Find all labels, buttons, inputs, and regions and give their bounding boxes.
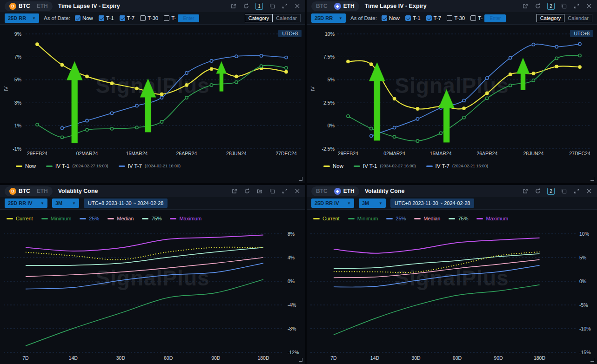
legend-item-minimum[interactable]: Minimum bbox=[41, 216, 72, 221]
copy-icon[interactable] bbox=[269, 3, 275, 9]
chart-legend: Current Minimum 25% Median 75% Maximum bbox=[313, 216, 508, 221]
external-link-icon[interactable] bbox=[231, 188, 238, 194]
legend-item-t7[interactable]: IV T-7(2024-02-21 16:00) bbox=[426, 163, 489, 169]
tab-eth[interactable]: ETH bbox=[37, 188, 48, 194]
tab-label: ETH bbox=[343, 188, 355, 194]
legend-item-25[interactable]: 25% bbox=[80, 216, 99, 221]
window-count-badge[interactable]: 2 bbox=[547, 3, 555, 10]
calendar-view-button[interactable]: Calendar bbox=[564, 14, 592, 22]
checkbox-t1[interactable]: T-1 bbox=[405, 15, 421, 21]
eth-timelapse-chart-canvas[interactable]: 10%7.5%5%2.5%0%-2.5%29FEB2402MAR2415MAR2… bbox=[307, 25, 597, 164]
resize-handle[interactable] bbox=[590, 177, 594, 181]
legend-item-minimum[interactable]: Minimum bbox=[348, 216, 378, 221]
tab-btc[interactable]: BTC bbox=[316, 3, 328, 9]
eth-volcone-chart-canvas[interactable]: 10%5%0%-5%-10%-15%7D14D30D60D90D180D bbox=[307, 225, 597, 364]
checkbox-t7[interactable]: T-7 bbox=[426, 15, 442, 21]
window-count-badge[interactable]: 1 bbox=[255, 3, 263, 10]
legend-item-current[interactable]: Current bbox=[313, 216, 340, 221]
calendar-view-button[interactable]: Calendar bbox=[272, 14, 301, 22]
legend-item-t1[interactable]: IV T-1(2024-02-27 16:00) bbox=[354, 163, 416, 169]
refresh-icon[interactable] bbox=[535, 188, 541, 194]
checkbox-t30[interactable]: T-30 bbox=[140, 15, 158, 21]
checkbox-now[interactable]: Now bbox=[382, 15, 400, 21]
view-switch: Category Calendar bbox=[245, 14, 301, 22]
resize-handle[interactable] bbox=[299, 177, 302, 181]
checkbox-t7[interactable]: T-7 bbox=[120, 15, 135, 21]
panel-toolbar: 25D RR IV▼ 3M▼ UTC+8 2023-11-30 ~ 2024-0… bbox=[0, 197, 305, 210]
period-dropdown[interactable]: 3M▼ bbox=[359, 199, 386, 208]
legend-item-now[interactable]: Now bbox=[16, 163, 36, 169]
tab-eth[interactable]: ETH bbox=[37, 3, 48, 9]
svg-text:-10%: -10% bbox=[579, 326, 591, 331]
checkbox-t1[interactable]: T-1 bbox=[99, 15, 114, 21]
legend-item-current[interactable]: Current bbox=[7, 216, 33, 221]
category-view-button[interactable]: Category bbox=[537, 14, 565, 22]
expand-icon[interactable] bbox=[282, 188, 288, 194]
legend-item-median[interactable]: Median bbox=[414, 216, 440, 221]
svg-text:27DEC24: 27DEC24 bbox=[275, 151, 297, 156]
timezone-badge: UTC+8 bbox=[278, 30, 302, 37]
t-custom-days-input[interactable]: Enter bbox=[484, 14, 506, 22]
legend-item-median[interactable]: Median bbox=[107, 216, 134, 221]
panel-toolbar: 25D RR▼ As of Date: Now T-1 T-7 T-30 T- … bbox=[0, 12, 305, 25]
metric-dropdown[interactable]: 25D RR IV▼ bbox=[311, 199, 354, 208]
panel-eth-timelapse: BTC ◆ ETH Time Lapse IV - Expiry 2 25D R… bbox=[307, 0, 597, 183]
refresh-icon[interactable] bbox=[243, 3, 249, 9]
legend-item-now[interactable]: Now bbox=[323, 163, 343, 169]
btc-timelapse-chart-canvas[interactable]: 9%7%5%3%1%-1%29FEB2402MAR2415MAR2426APR2… bbox=[0, 25, 305, 164]
tab-eth[interactable]: ◆ ETH bbox=[334, 3, 355, 10]
metric-dropdown[interactable]: 25D RR▼ bbox=[5, 13, 39, 23]
legend-item-75[interactable]: 75% bbox=[142, 216, 161, 221]
tab-btc[interactable]: B BTC bbox=[9, 3, 30, 10]
t-custom-days-input[interactable]: Enter bbox=[178, 14, 199, 22]
checkbox-box bbox=[426, 15, 432, 21]
checkbox-t-custom[interactable]: T- bbox=[164, 15, 176, 21]
metric-dropdown[interactable]: 25D RR▼ bbox=[311, 13, 346, 23]
expand-icon[interactable] bbox=[573, 3, 580, 9]
svg-text:-4%: -4% bbox=[288, 302, 296, 308]
close-icon[interactable] bbox=[586, 188, 592, 194]
tab-btc[interactable]: B BTC bbox=[9, 188, 30, 195]
legend-item-t7[interactable]: IV T-7(2024-02-21 16:00) bbox=[119, 163, 181, 169]
metric-dropdown[interactable]: 25D RR IV▼ bbox=[5, 199, 47, 208]
checkbox-box bbox=[470, 15, 476, 21]
copy-icon[interactable] bbox=[561, 3, 567, 9]
panel-toolbar: 25D RR IV▼ 3M▼ UTC+8 2023-11-30 ~ 2024-0… bbox=[307, 197, 597, 210]
legend-item-t1[interactable]: IV T-1(2024-02-27 16:00) bbox=[46, 163, 108, 169]
panel-header: B BTC ETH Volatility Cone bbox=[0, 185, 305, 197]
close-icon[interactable] bbox=[294, 3, 301, 9]
period-dropdown[interactable]: 3M▼ bbox=[52, 199, 79, 208]
legend-item-25[interactable]: 25% bbox=[386, 216, 406, 221]
close-icon[interactable] bbox=[294, 188, 301, 194]
svg-text:0%: 0% bbox=[288, 278, 295, 284]
legend-item-maximum[interactable]: Maximum bbox=[476, 216, 508, 221]
checkbox-now[interactable]: Now bbox=[75, 15, 93, 21]
checkbox-t30[interactable]: T-30 bbox=[447, 15, 465, 21]
external-link-icon[interactable] bbox=[522, 188, 529, 194]
tab-btc[interactable]: BTC bbox=[316, 188, 328, 194]
external-link-icon[interactable] bbox=[522, 3, 529, 9]
tab-eth[interactable]: ◆ ETH bbox=[334, 188, 355, 195]
window-count-badge[interactable]: 2 bbox=[547, 188, 555, 195]
chevron-down-icon: ▼ bbox=[379, 201, 382, 205]
refresh-icon[interactable] bbox=[244, 188, 250, 194]
resize-handle[interactable] bbox=[590, 358, 594, 362]
timezone-badge: UTC+8 bbox=[570, 30, 593, 37]
expand-icon[interactable] bbox=[573, 188, 580, 194]
folder-icon[interactable] bbox=[256, 188, 263, 194]
category-view-button[interactable]: Category bbox=[245, 14, 273, 22]
checkbox-t-custom[interactable]: T- bbox=[470, 15, 483, 21]
svg-text:180D: 180D bbox=[257, 355, 269, 361]
refresh-icon[interactable] bbox=[535, 3, 541, 9]
svg-text:-1%: -1% bbox=[13, 146, 21, 152]
expand-icon[interactable] bbox=[282, 3, 288, 9]
external-link-icon[interactable] bbox=[230, 3, 237, 9]
resize-handle[interactable] bbox=[299, 358, 302, 362]
copy-icon[interactable] bbox=[269, 188, 275, 194]
legend-item-maximum[interactable]: Maximum bbox=[170, 216, 201, 221]
svg-text:5%: 5% bbox=[328, 77, 335, 82]
copy-icon[interactable] bbox=[561, 188, 567, 194]
legend-item-75[interactable]: 75% bbox=[449, 216, 468, 221]
close-icon[interactable] bbox=[586, 3, 592, 9]
btc-volcone-chart-canvas[interactable]: 8%4%0%-4%-8%-12%7D14D30D60D90D180D bbox=[0, 225, 305, 364]
